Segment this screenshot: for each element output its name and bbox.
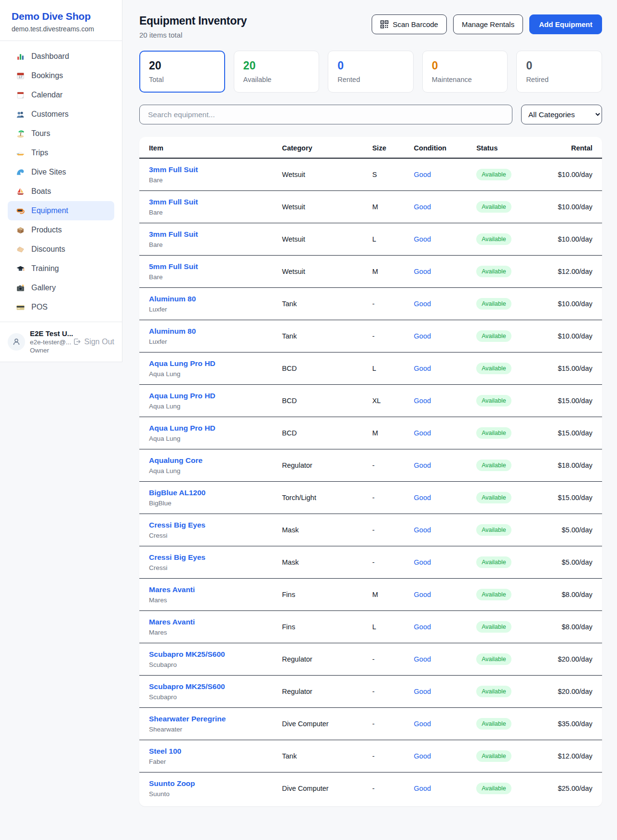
item-size: - [368, 449, 410, 482]
item-category: Regulator [278, 676, 368, 708]
item-condition-link[interactable]: Good [414, 397, 431, 405]
sidebar-item-dashboard[interactable]: Dashboard [8, 47, 114, 66]
sidebar-item-training[interactable]: Training [8, 259, 114, 278]
search-input[interactable] [139, 105, 512, 124]
scan-barcode-button[interactable]: Scan Barcode [372, 14, 447, 34]
table-row: 3mm Full Suit Bare Wetsuit S Good Availa… [139, 158, 602, 191]
item-category: Wetsuit [278, 256, 368, 288]
item-name-link[interactable]: Aluminum 80 [149, 327, 274, 336]
sidebar-item-label: Tours [31, 129, 50, 138]
item-name-link[interactable]: Shearwater Peregrine [149, 715, 274, 723]
item-condition-link[interactable]: Good [414, 752, 431, 760]
sidebar-item-label: Gallery [31, 284, 56, 292]
sidebar-item-label: Dive Sites [31, 168, 66, 176]
item-condition-link[interactable]: Good [414, 235, 431, 243]
add-equipment-label: Add Equipment [539, 20, 592, 28]
item-name-link[interactable]: Aqua Lung Pro HD [149, 392, 274, 400]
item-name-link[interactable]: Mares Avanti [149, 618, 274, 626]
item-name-link[interactable]: 3mm Full Suit [149, 165, 274, 174]
sidebar-item-label: Dashboard [31, 52, 69, 61]
item-name-link[interactable]: Aqua Lung Pro HD [149, 424, 274, 433]
column-header-item: Item [139, 137, 278, 158]
item-condition-link[interactable]: Good [414, 558, 431, 566]
sidebar-item-gallery[interactable]: Gallery [8, 278, 114, 298]
sidebar-item-customers[interactable]: Customers [8, 105, 114, 124]
item-rental-rate: $12.00/day [537, 740, 602, 772]
item-condition-link[interactable]: Good [414, 526, 431, 534]
item-name-link[interactable]: 3mm Full Suit [149, 198, 274, 206]
item-condition-link[interactable]: Good [414, 720, 431, 728]
stat-card-total[interactable]: 20 Total [139, 51, 225, 93]
sidebar-item-bookings[interactable]: 17 Bookings [8, 66, 114, 85]
sidebar-item-discounts[interactable]: Discounts [8, 240, 114, 259]
item-name-link[interactable]: 3mm Full Suit [149, 230, 274, 239]
item-condition-link[interactable]: Good [414, 623, 431, 631]
item-brand: Scubapro [149, 661, 274, 668]
sidebar-item-tours[interactable]: Tours [8, 124, 114, 143]
item-category: Mask [278, 546, 368, 579]
stat-card-available[interactable]: 20 Available [234, 51, 320, 93]
item-condition-link[interactable]: Good [414, 171, 431, 178]
item-condition-link[interactable]: Good [414, 365, 431, 372]
sidebar-item-pos[interactable]: POS [8, 298, 114, 317]
stat-card-retired[interactable]: 0 Retired [516, 51, 602, 93]
sidebar-item-label: Bookings [31, 71, 63, 80]
item-name-link[interactable]: Cressi Big Eyes [149, 553, 274, 562]
table-row: Scubapro MK25/S600 Scubapro Regulator - … [139, 676, 602, 708]
table-row: Suunto Zoop Suunto Dive Computer - Good … [139, 772, 602, 805]
item-condition-link[interactable]: Good [414, 494, 431, 501]
sidebar-item-boats[interactable]: Boats [8, 182, 114, 201]
item-name-link[interactable]: Cressi Big Eyes [149, 521, 274, 529]
main-content: Equipment Inventory 20 items total Scan … [122, 0, 617, 806]
sidebar-item-label: Discounts [31, 245, 65, 254]
sidebar-item-equipment[interactable]: Equipment [8, 201, 114, 220]
category-select[interactable]: All Categories [521, 105, 602, 124]
item-name-link[interactable]: Scubapro MK25/S600 [149, 650, 274, 659]
item-name-link[interactable]: 5mm Full Suit [149, 262, 274, 271]
table-row: Shearwater Peregrine Shearwater Dive Com… [139, 708, 602, 740]
item-condition-link[interactable]: Good [414, 655, 431, 663]
item-condition-link[interactable]: Good [414, 203, 431, 211]
item-condition-link[interactable]: Good [414, 429, 431, 437]
item-name-link[interactable]: Aqualung Core [149, 456, 274, 465]
sign-out-button[interactable]: Sign Out [73, 338, 114, 346]
sidebar-item-trips[interactable]: Trips [8, 143, 114, 163]
item-name-link[interactable]: Aqua Lung Pro HD [149, 359, 274, 368]
item-name-link[interactable]: BigBlue AL1200 [149, 488, 274, 497]
item-condition-link[interactable]: Good [414, 688, 431, 695]
stat-card-maintenance[interactable]: 0 Maintenance [422, 51, 508, 93]
item-size: - [368, 740, 410, 772]
item-name-link[interactable]: Steel 100 [149, 747, 274, 756]
user-section: E2E Test U... e2e-tester@... Owner Sign … [0, 322, 122, 362]
sailboat-icon [15, 187, 25, 196]
item-condition-link[interactable]: Good [414, 785, 431, 792]
item-condition-link[interactable]: Good [414, 300, 431, 308]
item-brand: Bare [149, 241, 274, 248]
brand-title[interactable]: Demo Dive Shop [12, 11, 110, 22]
item-name-link[interactable]: Scubapro MK25/S600 [149, 682, 274, 691]
item-size: - [368, 546, 410, 579]
item-condition-link[interactable]: Good [414, 332, 431, 340]
sidebar-item-calendar[interactable]: Calendar [8, 85, 114, 105]
item-condition-link[interactable]: Good [414, 591, 431, 598]
stat-card-rented[interactable]: 0 Rented [328, 51, 414, 93]
item-rental-rate: $18.00/day [537, 449, 602, 482]
item-name-link[interactable]: Mares Avanti [149, 585, 274, 594]
package-icon [15, 225, 25, 235]
item-condition-link[interactable]: Good [414, 268, 431, 275]
sidebar-item-dive-sites[interactable]: Dive Sites [8, 163, 114, 182]
item-category: BCD [278, 352, 368, 385]
item-size: - [368, 320, 410, 352]
item-size: - [368, 482, 410, 514]
item-category: Fins [278, 579, 368, 611]
stats-row: 20 Total 20 Available 0 Rented 0 Mainten… [139, 51, 602, 93]
add-equipment-button[interactable]: Add Equipment [529, 14, 602, 34]
item-name-link[interactable]: Suunto Zoop [149, 779, 274, 788]
sidebar-item-label: Trips [31, 149, 48, 157]
item-condition-link[interactable]: Good [414, 461, 431, 469]
sidebar-item-products[interactable]: Products [8, 220, 114, 240]
user-email: e2e-tester@... [30, 339, 68, 346]
item-name-link[interactable]: Aluminum 80 [149, 295, 274, 303]
table-row: Cressi Big Eyes Cressi Mask - Good Avail… [139, 514, 602, 546]
manage-rentals-button[interactable]: Manage Rentals [453, 14, 523, 34]
